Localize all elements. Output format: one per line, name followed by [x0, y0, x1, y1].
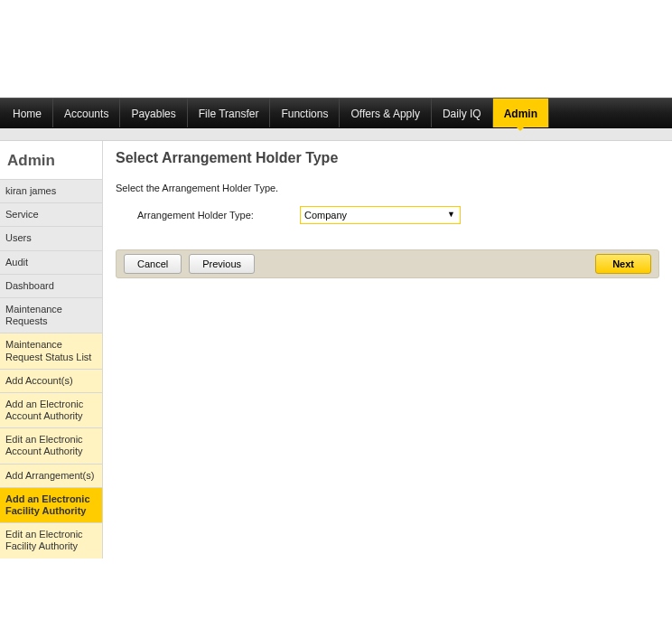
previous-button[interactable]: Previous	[189, 254, 255, 274]
sidebar-item-service[interactable]: Service	[0, 202, 102, 226]
sidebar-item-dashboard[interactable]: Dashboard	[0, 274, 102, 297]
nav-tab-payables[interactable]: Payables	[120, 99, 187, 127]
arrangement-holder-select[interactable]: Company	[300, 206, 461, 224]
top-nav: HomeAccountsPayablesFile TransferFunctio…	[0, 98, 672, 128]
sidebar-item-add-arrangement-s[interactable]: Add Arrangement(s)	[0, 464, 102, 487]
sidebar-item-maintenance-requests[interactable]: Maintenance Requests	[0, 297, 102, 333]
nav-tab-functions[interactable]: Functions	[270, 99, 340, 127]
sidebar-item-audit[interactable]: Audit	[0, 250, 102, 274]
arrangement-holder-label: Arrangement Holder Type:	[137, 210, 300, 221]
nav-tab-home[interactable]: Home	[0, 99, 53, 127]
sidebar-item-maintenance-request-status-list[interactable]: Maintenance Request Status List	[0, 333, 102, 368]
action-bar: Cancel Previous Next	[116, 249, 659, 278]
nav-tab-daily-iq[interactable]: Daily IQ	[432, 99, 493, 127]
admin-sidebar: Admin kiran jamesServiceUsersAuditDashbo…	[0, 141, 103, 559]
sidebar-item-users[interactable]: Users	[0, 226, 102, 249]
sidebar-item-add-an-electronic-facility-authority[interactable]: Add an Electronic Facility Authority	[0, 487, 102, 522]
page-heading: Select Arrangement Holder Type	[116, 150, 659, 166]
sidebar-item-add-an-electronic-account-authority[interactable]: Add an Electronic Account Authority	[0, 392, 102, 427]
cancel-button[interactable]: Cancel	[124, 254, 182, 274]
main-panel: Select Arrangement Holder Type Select th…	[103, 141, 672, 559]
sidebar-item-add-account-s[interactable]: Add Account(s)	[0, 369, 102, 392]
arrangement-holder-row: Arrangement Holder Type: Company	[116, 206, 659, 224]
nav-tab-offers-apply[interactable]: Offers & Apply	[340, 99, 431, 127]
nav-spacer	[0, 128, 672, 141]
nav-tab-accounts[interactable]: Accounts	[53, 99, 120, 127]
nav-tab-file-transfer[interactable]: File Transfer	[188, 99, 271, 127]
nav-tab-admin[interactable]: Admin	[493, 99, 549, 127]
sidebar-item-kiran-james[interactable]: kiran james	[0, 179, 102, 202]
arrangement-holder-select-wrap: Company	[300, 206, 461, 224]
sidebar-item-edit-an-electronic-facility-authority[interactable]: Edit an Electronic Facility Authority	[0, 522, 102, 558]
instruction-text: Select the Arrangement Holder Type.	[116, 183, 659, 193]
next-button[interactable]: Next	[595, 254, 651, 274]
sidebar-item-edit-an-electronic-account-authority[interactable]: Edit an Electronic Account Authority	[0, 427, 102, 463]
sidebar-title: Admin	[0, 148, 102, 179]
